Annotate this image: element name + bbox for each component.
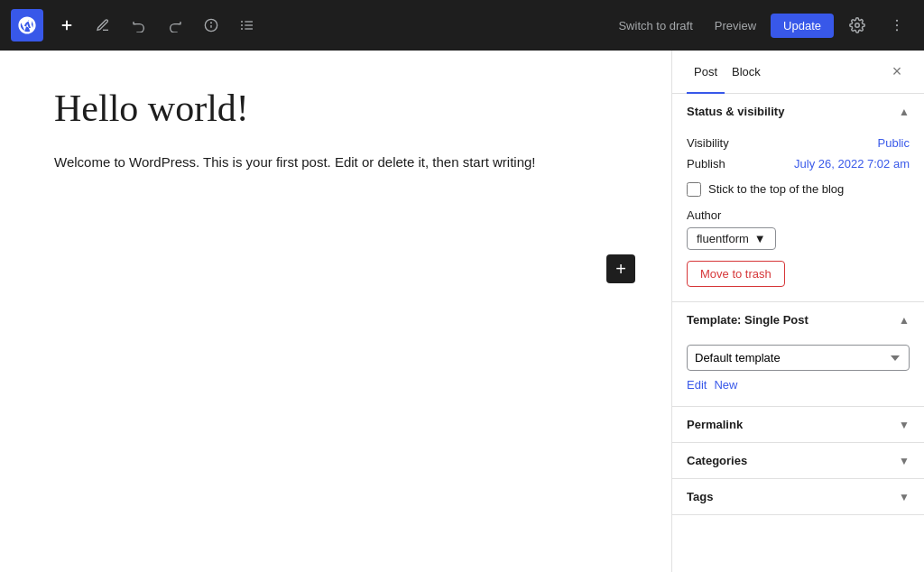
author-chevron-icon: ▼ [754, 232, 766, 245]
list-view-button[interactable] [231, 9, 263, 42]
redo-button[interactable] [159, 9, 191, 42]
tags-header[interactable]: Tags ▼ [672, 479, 924, 514]
tab-block[interactable]: Block [725, 51, 768, 94]
more-options-button[interactable] [881, 9, 913, 42]
preview-button[interactable]: Preview [707, 14, 763, 38]
author-select[interactable]: fluentform ▼ [687, 227, 776, 250]
categories-title: Categories [687, 454, 747, 467]
undo-button[interactable] [123, 9, 155, 42]
tab-post[interactable]: Post [687, 51, 725, 94]
status-visibility-content: Visibility Public Publish July 26, 2022 … [672, 129, 924, 301]
permalink-chevron-icon: ▼ [899, 419, 910, 431]
move-to-trash-button[interactable]: Move to trash [687, 261, 785, 287]
categories-section: Categories ▼ [672, 443, 924, 479]
template-new-link[interactable]: New [714, 378, 737, 392]
tags-section: Tags ▼ [672, 479, 924, 515]
stick-top-row: Stick to the top of the blog [687, 181, 910, 198]
wp-logo[interactable] [11, 9, 43, 42]
switch-to-draft-button[interactable]: Switch to draft [611, 14, 699, 38]
status-visibility-header[interactable]: Status & visibility ▲ [672, 94, 924, 129]
svg-point-11 [855, 23, 860, 28]
settings-button[interactable] [841, 9, 873, 42]
template-title: Template: Single Post [687, 313, 808, 327]
status-visibility-title: Status & visibility [687, 105, 784, 118]
status-visibility-chevron-icon: ▲ [899, 106, 910, 118]
publish-value[interactable]: July 26, 2022 7:02 am [794, 157, 910, 171]
stick-top-label[interactable]: Stick to the top of the blog [708, 181, 844, 198]
template-section: Template: Single Post ▲ Default template… [672, 302, 924, 407]
post-title[interactable]: Hello world! [54, 87, 617, 130]
publish-row: Publish July 26, 2022 7:02 am [687, 157, 910, 171]
sidebar: Post Block × Status & visibility ▲ Visib… [671, 51, 924, 572]
tools-button[interactable] [87, 9, 119, 42]
template-edit-link[interactable]: Edit [687, 378, 707, 392]
stick-top-checkbox[interactable] [687, 182, 701, 197]
main-layout: Hello world! Welcome to WordPress. This … [0, 51, 924, 572]
permalink-header[interactable]: Permalink ▼ [672, 407, 924, 442]
author-group: Author fluentform ▼ [687, 208, 910, 250]
permalink-section: Permalink ▼ [672, 407, 924, 443]
categories-header[interactable]: Categories ▼ [672, 443, 924, 478]
visibility-value[interactable]: Public [878, 136, 910, 150]
template-links: Edit New [687, 378, 910, 392]
add-block-inline-button[interactable]: + [606, 254, 635, 283]
status-visibility-section: Status & visibility ▲ Visibility Public … [672, 94, 924, 302]
visibility-row: Visibility Public [687, 136, 910, 150]
sidebar-tabs: Post Block × [672, 51, 924, 94]
post-content[interactable]: Welcome to WordPress. This is your first… [54, 152, 617, 173]
visibility-label: Visibility [687, 136, 878, 150]
svg-point-14 [896, 29, 898, 31]
toolbar-right: Switch to draft Preview Update [611, 9, 913, 42]
svg-point-13 [896, 24, 898, 26]
template-chevron-icon: ▲ [899, 314, 910, 327]
categories-chevron-icon: ▼ [899, 455, 910, 467]
template-header[interactable]: Template: Single Post ▲ [672, 302, 924, 337]
template-content: Default template Edit New [672, 337, 924, 406]
info-button[interactable] [195, 9, 227, 42]
tags-title: Tags [687, 490, 713, 503]
author-label: Author [687, 208, 910, 222]
publish-label: Publish [687, 157, 794, 171]
sidebar-close-button[interactable]: × [884, 60, 910, 85]
add-block-toolbar-button[interactable] [51, 9, 83, 42]
permalink-title: Permalink [687, 418, 743, 431]
editor-area[interactable]: Hello world! Welcome to WordPress. This … [0, 51, 671, 572]
tags-chevron-icon: ▼ [899, 491, 910, 503]
svg-point-12 [896, 20, 898, 22]
template-select[interactable]: Default template [687, 345, 910, 371]
toolbar: Switch to draft Preview Update [0, 0, 924, 51]
author-value: fluentform [697, 232, 749, 245]
update-button[interactable]: Update [771, 14, 834, 38]
